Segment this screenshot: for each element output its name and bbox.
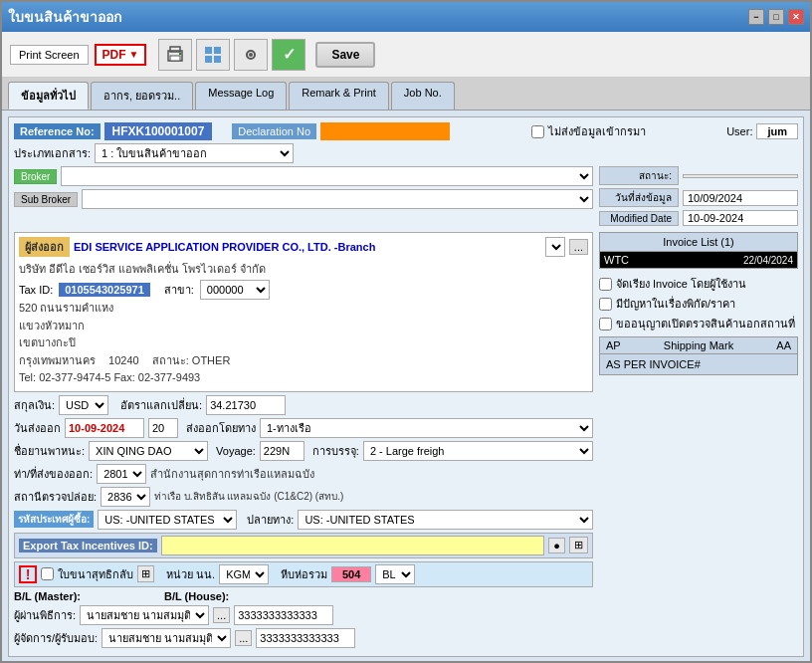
agent1-select[interactable]: นายสมชาย นามสมมุติ xyxy=(80,605,209,625)
dest-select[interactable]: US: -UNITED STATES xyxy=(298,510,593,530)
print-screen-button[interactable]: Print Screen xyxy=(10,45,89,65)
voyage-input[interactable] xyxy=(260,441,304,461)
branch-select[interactable]: 000000 xyxy=(200,280,270,300)
checkbox3[interactable] xyxy=(599,318,612,331)
export-tax-red-button[interactable]: ● xyxy=(548,538,565,553)
shipping-mark-section: AP Shipping Mark AA AS PER INVOICE# xyxy=(599,336,798,375)
currency-row: สกุลเงิน: USD อัตราแลกเปลี่ยน: xyxy=(14,395,593,415)
currency-select[interactable]: USD xyxy=(59,395,108,415)
sender-select[interactable] xyxy=(545,237,565,257)
close-button[interactable]: ✕ xyxy=(788,9,804,25)
date-sent-value: 10/09/2024 xyxy=(683,190,798,206)
checkbox2-row: มีปัญหาในเรื่องพิกัด/ราคา xyxy=(599,295,798,313)
grid-icon-button[interactable] xyxy=(196,39,230,71)
reference-no-value: HFXK100001007 xyxy=(104,122,213,140)
pdf-button[interactable]: PDF ▼ xyxy=(95,44,147,66)
doc-type-select[interactable]: 1 : ใบขนสินค้าขาออก xyxy=(95,143,294,163)
settings-icon-button[interactable] xyxy=(234,39,268,71)
modified-date-value: 10-09-2024 xyxy=(683,210,798,226)
agent2-label: ผู้จัดการ/ผู้รับมอบ: xyxy=(14,629,98,647)
sub-broker-select[interactable] xyxy=(82,189,593,209)
total-unit-select[interactable]: BL xyxy=(375,564,415,584)
invoice-date: 22/04/2024 xyxy=(743,255,793,266)
save-button[interactable]: Save xyxy=(315,42,375,68)
minimize-button[interactable]: − xyxy=(748,9,764,25)
checkbox3-row: ขออนุญาตเปิดตรวจสินค้านอกสถานที่ xyxy=(599,315,798,332)
tab-job-no[interactable]: Job No. xyxy=(391,82,455,110)
checkmark-icon: ✓ xyxy=(283,45,296,64)
ap-label: AP xyxy=(606,339,621,351)
customs-return-checkbox[interactable] xyxy=(41,567,54,580)
check-icon-button[interactable]: ✓ xyxy=(272,39,305,71)
user-label: User: xyxy=(726,125,752,137)
vessel-select[interactable]: XIN QING DAO xyxy=(89,441,208,461)
station-select[interactable]: 2836 xyxy=(101,487,150,507)
freight-select[interactable]: 2 - Large freigh xyxy=(363,441,593,461)
tab-tariff[interactable]: อากร, ยอดรวม.. xyxy=(91,82,193,110)
exchange-rate-input[interactable] xyxy=(206,395,286,415)
agent2-dots-button[interactable]: ... xyxy=(235,630,252,646)
checkbox1[interactable] xyxy=(599,278,612,291)
tab-remark-print[interactable]: Remark & Print xyxy=(289,82,389,110)
doctype-row: ประเภทเอกสาร: 1 : ใบขนสินค้าขาออก xyxy=(14,143,798,163)
maximize-button[interactable]: □ xyxy=(768,9,784,25)
address-line1: 520 ถนนรามคำแหง xyxy=(19,300,588,318)
broker-select[interactable] xyxy=(61,166,593,186)
pdf-arrow-icon: ▼ xyxy=(129,49,139,60)
agent2-select[interactable]: นายสมชาย นามสมมุติ xyxy=(102,628,231,648)
branch-label: สาขา: xyxy=(164,281,194,299)
tab-message-log[interactable]: Message Log xyxy=(195,82,287,110)
invoice-code: WTC xyxy=(604,254,743,266)
svg-point-4 xyxy=(179,53,181,55)
checkbox1-row: จัดเรียง Invoice โดยผู้ใช้งาน xyxy=(599,275,798,293)
vessel-label: ชื่อยานพาหนะ: xyxy=(14,442,85,460)
port-from-select[interactable]: 2801 xyxy=(97,464,146,484)
broker-row: Broker xyxy=(14,166,593,186)
toolbar-icons: ✓ xyxy=(158,39,305,71)
total-value: 504 xyxy=(331,566,371,582)
svg-rect-7 xyxy=(205,56,212,63)
print-icon-button[interactable] xyxy=(158,39,192,71)
customs-return-icon-button[interactable]: ⊞ xyxy=(137,565,154,582)
sub-broker-button[interactable]: Sub Broker xyxy=(14,192,78,207)
sender-company: EDI SERVICE APPLICATION PROVIDER CO., LT… xyxy=(74,241,541,253)
export-date-input[interactable] xyxy=(65,418,144,438)
aa-label: AA xyxy=(776,339,791,351)
bl-master-label: B/L (Master): xyxy=(14,590,81,602)
shipping-mark-value: AS PER INVOICE# xyxy=(600,354,797,374)
address-line3: เขตบางกะปิ xyxy=(19,334,588,352)
vessel-row: ชื่อยานพาหนะ: XIN QING DAO Voyage: การบร… xyxy=(14,441,593,461)
status-row: สถานะ: xyxy=(599,166,798,185)
agent1-row: ผู้ผ่านพิธีการ: นายสมชาย นามสมมุติ ... xyxy=(14,605,593,625)
country-select[interactable]: US: -UNITED STATES xyxy=(98,510,237,530)
reference-no-label: Reference No: xyxy=(14,123,101,139)
no-send-data-checkbox[interactable] xyxy=(531,125,544,138)
broker-section: Broker Sub Broker xyxy=(14,166,593,229)
export-route-select[interactable]: 1-ทางเรือ xyxy=(260,418,593,438)
modified-date-row: Modified Date 10-09-2024 xyxy=(599,210,798,226)
tab-general[interactable]: ข้อมูลทั่วไป xyxy=(8,82,89,110)
agent1-dots-button[interactable]: ... xyxy=(213,607,230,623)
sender-header: ผู้ส่งออก EDI SERVICE APPLICATION PROVID… xyxy=(19,237,588,257)
status-section: สถานะ: วันที่ส่งข้อมูล 10/09/2024 Modifi… xyxy=(599,166,798,229)
checkbox2[interactable] xyxy=(599,298,612,311)
unit-select[interactable]: KGM xyxy=(219,564,269,584)
port-from-desc: สำนักงานสุดกากรท่าเรือแหลมฉบัง xyxy=(150,465,593,483)
pdf-icon: PDF xyxy=(102,48,126,62)
agent2-phone-input[interactable] xyxy=(256,628,355,648)
right-column: Invoice List (1) WTC 22/04/2024 จัดเรียง… xyxy=(599,232,798,651)
export-tax-dots-button[interactable]: ⊞ xyxy=(569,537,588,553)
address-line2: แขวงหัวหมาก xyxy=(19,318,588,335)
checkbox1-label: จัดเรียง Invoice โดยผู้ใช้งาน xyxy=(616,275,746,293)
export-number-input[interactable] xyxy=(148,418,178,438)
agent1-phone-input[interactable] xyxy=(234,605,333,625)
invoice-row[interactable]: WTC 22/04/2024 xyxy=(600,252,797,268)
port-from-label: ท่า/ที่ส่งของออก: xyxy=(14,465,93,483)
export-tax-input[interactable] xyxy=(161,536,545,555)
sender-dots-button[interactable]: ... xyxy=(569,239,588,255)
total-label: หีบห่อรวม xyxy=(281,565,327,583)
main-content: Reference No: HFXK100001007 Declaration … xyxy=(2,110,810,661)
status-label: สถานะ: xyxy=(599,166,679,185)
broker-button[interactable]: Broker xyxy=(14,169,57,184)
export-date-row: วันส่งออก ส่งออกโดยทาง 1-ทางเรือ xyxy=(14,418,593,438)
